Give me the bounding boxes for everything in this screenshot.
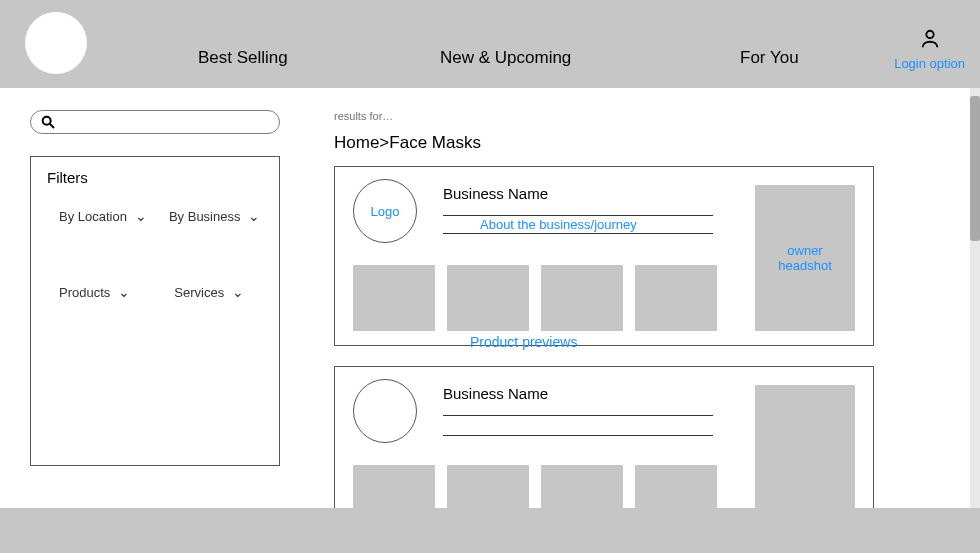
filters-panel: Filters By Location ⌄ By Business ⌄ Prod… <box>30 156 280 466</box>
result-card[interactable]: Business Name <box>334 366 874 508</box>
filter-by-location[interactable]: By Location ⌄ <box>59 208 147 224</box>
nav-for-you[interactable]: For You <box>740 48 799 68</box>
business-name: Business Name <box>443 385 548 402</box>
product-thumb[interactable] <box>353 265 435 331</box>
owner-headshot: owner headshot <box>755 185 855 331</box>
results-for-label: results for… <box>334 110 393 122</box>
filter-label: By Business <box>169 209 241 224</box>
svg-point-0 <box>926 31 933 38</box>
divider <box>443 233 713 234</box>
chevron-down-icon: ⌄ <box>135 208 147 224</box>
filters-title: Filters <box>47 169 263 186</box>
scrollbar-thumb[interactable] <box>970 96 980 241</box>
divider <box>443 435 713 436</box>
divider <box>443 215 713 216</box>
product-thumb[interactable] <box>541 465 623 508</box>
brand-logo[interactable] <box>25 12 87 74</box>
user-icon <box>919 28 941 50</box>
product-thumb[interactable] <box>635 465 717 508</box>
product-thumb[interactable] <box>353 465 435 508</box>
nav-best-selling[interactable]: Best Selling <box>198 48 288 68</box>
svg-line-2 <box>50 124 54 128</box>
search-icon <box>40 114 56 130</box>
breadcrumb-separator: > <box>379 133 389 152</box>
about-business-link[interactable]: About the business/journey <box>480 217 637 232</box>
search-wrap <box>30 110 280 134</box>
search-input[interactable] <box>30 110 280 134</box>
filter-by-business[interactable]: By Business ⌄ <box>169 208 261 224</box>
top-bar: Best Selling New & Upcoming For You Logi… <box>0 0 980 88</box>
content-viewport: Filters By Location ⌄ By Business ⌄ Prod… <box>0 88 970 508</box>
bottom-bar <box>0 508 980 553</box>
filter-services[interactable]: Services ⌄ <box>174 284 244 300</box>
filter-label: Products <box>59 285 110 300</box>
filter-label: Services <box>174 285 224 300</box>
login-label: Login option <box>894 56 965 71</box>
breadcrumb: Home>Face Masks <box>334 133 481 153</box>
result-card[interactable]: Logo Business Name About the business/jo… <box>334 166 874 346</box>
product-thumb[interactable] <box>635 265 717 331</box>
owner-headshot <box>755 385 855 508</box>
product-previews-label: Product previews <box>470 334 577 350</box>
business-logo <box>353 379 417 443</box>
business-logo: Logo <box>353 179 417 243</box>
filter-label: By Location <box>59 209 127 224</box>
breadcrumb-current: Face Masks <box>389 133 481 152</box>
chevron-down-icon: ⌄ <box>118 284 130 300</box>
nav-new-upcoming[interactable]: New & Upcoming <box>440 48 571 68</box>
product-thumb[interactable] <box>541 265 623 331</box>
chevron-down-icon: ⌄ <box>232 284 244 300</box>
chevron-down-icon: ⌄ <box>248 208 260 224</box>
login-area[interactable]: Login option <box>894 28 965 71</box>
filter-products[interactable]: Products ⌄ <box>59 284 130 300</box>
svg-point-1 <box>43 117 51 125</box>
product-thumb[interactable] <box>447 465 529 508</box>
product-thumb[interactable] <box>447 265 529 331</box>
business-name: Business Name <box>443 185 548 202</box>
divider <box>443 415 713 416</box>
breadcrumb-home[interactable]: Home <box>334 133 379 152</box>
